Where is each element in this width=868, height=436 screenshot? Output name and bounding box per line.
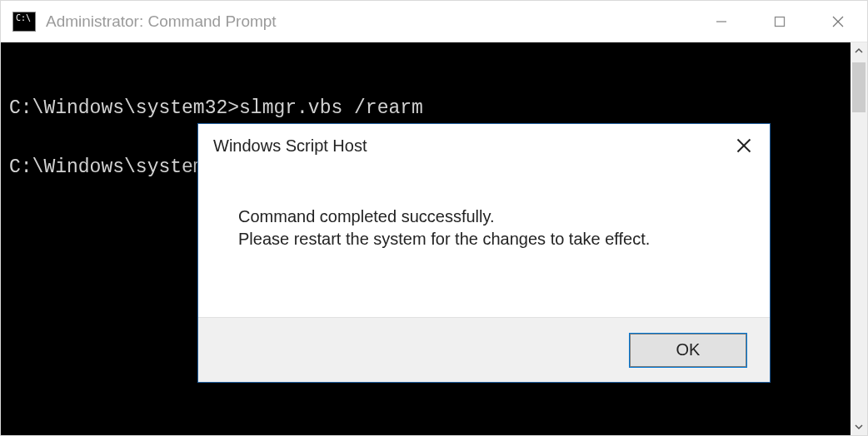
script-host-dialog: Windows Script Host Command completed su… <box>197 123 771 383</box>
close-icon <box>831 15 845 28</box>
scroll-up-button[interactable] <box>851 42 867 59</box>
scroll-thumb[interactable] <box>852 62 866 112</box>
minimize-button[interactable] <box>692 1 751 42</box>
window-controls <box>692 1 867 42</box>
close-icon <box>736 137 752 154</box>
close-button[interactable] <box>809 1 867 42</box>
maximize-icon <box>773 15 786 28</box>
maximize-button[interactable] <box>751 1 809 42</box>
minimize-icon <box>715 15 728 28</box>
dialog-close-button[interactable] <box>730 131 758 160</box>
dialog-title: Windows Script Host <box>213 136 730 156</box>
dialog-message: Command completed successfully. Please r… <box>198 167 770 317</box>
cmd-icon <box>12 12 36 32</box>
dialog-titlebar[interactable]: Windows Script Host <box>198 124 770 167</box>
ok-button[interactable]: OK <box>630 334 746 367</box>
dialog-footer: OK <box>198 317 770 382</box>
scroll-down-button[interactable] <box>851 419 867 435</box>
chevron-down-icon <box>855 423 863 431</box>
dialog-message-line: Please restart the system for the change… <box>238 230 745 249</box>
window-title: Administrator: Command Prompt <box>46 12 692 31</box>
console-line: C:\Windows\system32>slmgr.vbs /rearm <box>9 97 423 119</box>
vertical-scrollbar[interactable] <box>851 42 867 435</box>
titlebar[interactable]: Administrator: Command Prompt <box>1 1 867 42</box>
dialog-message-line: Command completed successfully. <box>238 207 745 226</box>
svg-rect-1 <box>776 17 785 26</box>
chevron-up-icon <box>855 47 863 55</box>
